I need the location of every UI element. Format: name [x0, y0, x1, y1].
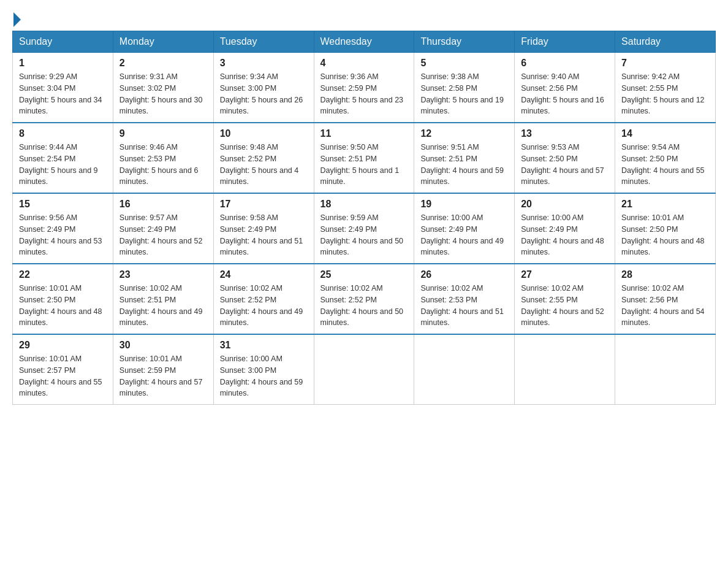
day-info: Sunrise: 10:02 AMSunset: 2:52 PMDaylight… [320, 283, 408, 329]
day-info: Sunrise: 9:40 AMSunset: 2:56 PMDaylight:… [521, 71, 609, 117]
day-number: 22 [19, 269, 107, 280]
calendar-day-cell: 8 Sunrise: 9:44 AMSunset: 2:54 PMDayligh… [13, 123, 113, 193]
page-header [12, 12, 716, 25]
day-info: Sunrise: 9:31 AMSunset: 3:02 PMDaylight:… [119, 71, 207, 117]
calendar-day-cell: 23 Sunrise: 10:02 AMSunset: 2:51 PMDayli… [113, 264, 213, 334]
calendar-day-cell: 10 Sunrise: 9:48 AMSunset: 2:52 PMDaylig… [213, 123, 314, 193]
weekday-header-friday: Friday [515, 31, 615, 53]
calendar-day-cell: 28 Sunrise: 10:02 AMSunset: 2:56 PMDayli… [615, 264, 716, 334]
day-info: Sunrise: 10:00 AMSunset: 3:00 PMDaylight… [220, 353, 308, 399]
day-number: 14 [621, 128, 709, 139]
calendar-day-cell: 13 Sunrise: 9:53 AMSunset: 2:50 PMDaylig… [515, 123, 615, 193]
calendar-empty-cell [615, 334, 716, 405]
weekday-header-thursday: Thursday [414, 31, 515, 53]
day-info: Sunrise: 10:00 AMSunset: 2:49 PMDaylight… [420, 212, 508, 258]
day-info: Sunrise: 9:57 AMSunset: 2:49 PMDaylight:… [119, 212, 207, 258]
day-number: 20 [521, 199, 609, 210]
calendar-week-row: 22 Sunrise: 10:01 AMSunset: 2:50 PMDayli… [13, 264, 716, 334]
day-info: Sunrise: 9:59 AMSunset: 2:49 PMDaylight:… [320, 212, 408, 258]
day-info: Sunrise: 9:54 AMSunset: 2:50 PMDaylight:… [621, 142, 709, 188]
day-info: Sunrise: 10:01 AMSunset: 2:59 PMDaylight… [119, 353, 207, 399]
calendar-day-cell: 21 Sunrise: 10:01 AMSunset: 2:50 PMDayli… [615, 193, 716, 264]
calendar-day-cell: 5 Sunrise: 9:38 AMSunset: 2:58 PMDayligh… [414, 53, 515, 123]
calendar-day-cell: 26 Sunrise: 10:02 AMSunset: 2:53 PMDayli… [414, 264, 515, 334]
calendar-day-cell: 7 Sunrise: 9:42 AMSunset: 2:55 PMDayligh… [615, 53, 716, 123]
day-number: 19 [420, 199, 508, 210]
calendar-table: SundayMondayTuesdayWednesdayThursdayFrid… [12, 31, 716, 405]
day-number: 23 [119, 269, 207, 280]
day-info: Sunrise: 10:02 AMSunset: 2:51 PMDaylight… [119, 283, 207, 329]
day-number: 26 [420, 269, 508, 280]
calendar-day-cell: 27 Sunrise: 10:02 AMSunset: 2:55 PMDayli… [515, 264, 615, 334]
calendar-day-cell: 30 Sunrise: 10:01 AMSunset: 2:59 PMDayli… [113, 334, 213, 405]
weekday-header-sunday: Sunday [13, 31, 113, 53]
day-info: Sunrise: 10:01 AMSunset: 2:57 PMDaylight… [19, 353, 107, 399]
calendar-week-row: 15 Sunrise: 9:56 AMSunset: 2:49 PMDaylig… [13, 193, 716, 264]
day-number: 28 [621, 269, 709, 280]
day-number: 18 [320, 199, 408, 210]
calendar-day-cell: 18 Sunrise: 9:59 AMSunset: 2:49 PMDaylig… [314, 193, 414, 264]
day-info: Sunrise: 9:36 AMSunset: 2:59 PMDaylight:… [320, 71, 408, 117]
weekday-header-monday: Monday [113, 31, 213, 53]
calendar-day-cell: 11 Sunrise: 9:50 AMSunset: 2:51 PMDaylig… [314, 123, 414, 193]
day-info: Sunrise: 10:01 AMSunset: 2:50 PMDaylight… [621, 212, 709, 258]
calendar-day-cell: 1 Sunrise: 9:29 AMSunset: 3:04 PMDayligh… [13, 53, 113, 123]
weekday-header-tuesday: Tuesday [213, 31, 314, 53]
calendar-day-cell: 22 Sunrise: 10:01 AMSunset: 2:50 PMDayli… [13, 264, 113, 334]
day-info: Sunrise: 10:01 AMSunset: 2:50 PMDaylight… [19, 283, 107, 329]
day-number: 3 [220, 58, 308, 69]
day-info: Sunrise: 10:02 AMSunset: 2:56 PMDaylight… [621, 283, 709, 329]
day-info: Sunrise: 9:58 AMSunset: 2:49 PMDaylight:… [220, 212, 308, 258]
day-number: 29 [19, 340, 107, 351]
weekday-header-saturday: Saturday [615, 31, 716, 53]
day-info: Sunrise: 9:56 AMSunset: 2:49 PMDaylight:… [19, 212, 107, 258]
day-info: Sunrise: 10:02 AMSunset: 2:55 PMDaylight… [521, 283, 609, 329]
calendar-day-cell: 14 Sunrise: 9:54 AMSunset: 2:50 PMDaylig… [615, 123, 716, 193]
day-number: 16 [119, 199, 207, 210]
day-info: Sunrise: 9:46 AMSunset: 2:53 PMDaylight:… [119, 142, 207, 188]
day-info: Sunrise: 9:51 AMSunset: 2:51 PMDaylight:… [420, 142, 508, 188]
day-number: 31 [220, 340, 308, 351]
day-number: 8 [19, 128, 107, 139]
day-number: 2 [119, 58, 207, 69]
day-number: 30 [119, 340, 207, 351]
day-number: 25 [320, 269, 408, 280]
calendar-day-cell: 29 Sunrise: 10:01 AMSunset: 2:57 PMDayli… [13, 334, 113, 405]
calendar-day-cell: 15 Sunrise: 9:56 AMSunset: 2:49 PMDaylig… [13, 193, 113, 264]
day-info: Sunrise: 9:50 AMSunset: 2:51 PMDaylight:… [320, 142, 408, 188]
calendar-day-cell: 20 Sunrise: 10:00 AMSunset: 2:49 PMDayli… [515, 193, 615, 264]
day-number: 24 [220, 269, 308, 280]
day-info: Sunrise: 10:02 AMSunset: 2:53 PMDaylight… [420, 283, 508, 329]
calendar-day-cell: 12 Sunrise: 9:51 AMSunset: 2:51 PMDaylig… [414, 123, 515, 193]
calendar-day-cell: 4 Sunrise: 9:36 AMSunset: 2:59 PMDayligh… [314, 53, 414, 123]
calendar-day-cell: 16 Sunrise: 9:57 AMSunset: 2:49 PMDaylig… [113, 193, 213, 264]
day-number: 27 [521, 269, 609, 280]
day-info: Sunrise: 9:29 AMSunset: 3:04 PMDaylight:… [19, 71, 107, 117]
day-number: 4 [320, 58, 408, 69]
day-number: 5 [420, 58, 508, 69]
calendar-empty-cell [314, 334, 414, 405]
day-number: 15 [19, 199, 107, 210]
calendar-day-cell: 19 Sunrise: 10:00 AMSunset: 2:49 PMDayli… [414, 193, 515, 264]
calendar-day-cell: 6 Sunrise: 9:40 AMSunset: 2:56 PMDayligh… [515, 53, 615, 123]
calendar-day-cell: 3 Sunrise: 9:34 AMSunset: 3:00 PMDayligh… [213, 53, 314, 123]
calendar-day-cell: 24 Sunrise: 10:02 AMSunset: 2:52 PMDayli… [213, 264, 314, 334]
calendar-week-row: 1 Sunrise: 9:29 AMSunset: 3:04 PMDayligh… [13, 53, 716, 123]
calendar-day-cell: 17 Sunrise: 9:58 AMSunset: 2:49 PMDaylig… [213, 193, 314, 264]
day-info: Sunrise: 9:42 AMSunset: 2:55 PMDaylight:… [621, 71, 709, 117]
day-info: Sunrise: 10:02 AMSunset: 2:52 PMDaylight… [220, 283, 308, 329]
day-number: 1 [19, 58, 107, 69]
calendar-day-cell: 2 Sunrise: 9:31 AMSunset: 3:02 PMDayligh… [113, 53, 213, 123]
day-info: Sunrise: 9:38 AMSunset: 2:58 PMDaylight:… [420, 71, 508, 117]
day-info: Sunrise: 9:44 AMSunset: 2:54 PMDaylight:… [19, 142, 107, 188]
day-number: 13 [521, 128, 609, 139]
day-number: 9 [119, 128, 207, 139]
calendar-empty-cell [414, 334, 515, 405]
day-number: 12 [420, 128, 508, 139]
logo-arrow-icon [13, 12, 21, 27]
day-info: Sunrise: 10:00 AMSunset: 2:49 PMDaylight… [521, 212, 609, 258]
calendar-header-row: SundayMondayTuesdayWednesdayThursdayFrid… [13, 31, 716, 53]
day-number: 7 [621, 58, 709, 69]
day-info: Sunrise: 9:34 AMSunset: 3:00 PMDaylight:… [220, 71, 308, 117]
logo [12, 12, 22, 25]
